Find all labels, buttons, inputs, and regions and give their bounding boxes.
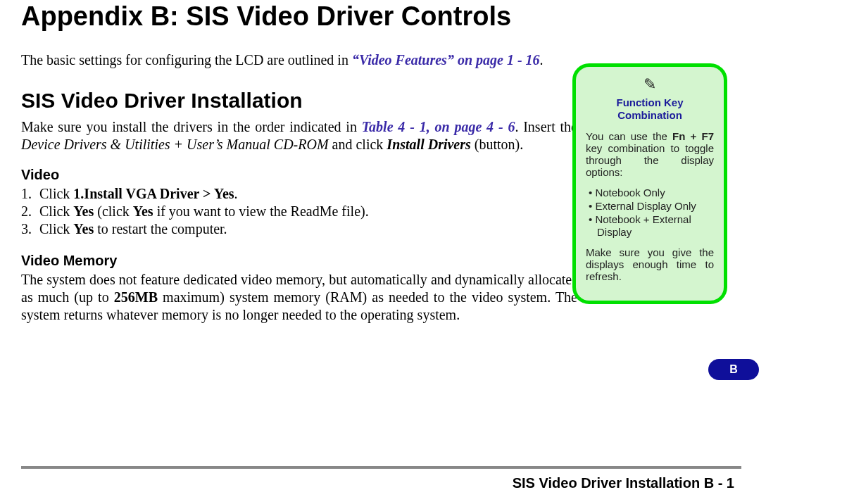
step-mid: (click: [94, 203, 133, 219]
note-option: Notebook + External Display: [586, 213, 714, 240]
heading-video-memory: Video Memory: [21, 252, 577, 270]
main-column: The basic settings for configuring the L…: [21, 51, 577, 336]
note-option: Notebook Only: [586, 187, 714, 200]
install-paragraph: Make sure you install the drivers in the…: [21, 118, 577, 153]
xref-table-4-1[interactable]: Table 4 - 1, on page 4 - 6: [362, 119, 515, 134]
step-number: 3.: [21, 220, 39, 238]
heading-video: Video: [21, 166, 577, 184]
xref-video-features[interactable]: “Video Features” on page 1 - 16: [352, 52, 540, 68]
step-pre: Click: [39, 203, 73, 219]
step-pre: Click: [39, 186, 73, 201]
step-number: 1.: [21, 185, 39, 203]
install-pre: Make sure you install the drivers in the…: [21, 119, 362, 134]
step-2: 2.Click Yes (click Yes if you want to vi…: [21, 203, 577, 220]
note-p1-pre: You can use the: [586, 130, 672, 142]
step-post: to restart the computer.: [94, 221, 227, 237]
pencil-icon: ✎: [586, 75, 714, 94]
heading-sis-install: SIS Video Driver Installation: [21, 87, 577, 114]
note-option: External Display Only: [586, 200, 714, 213]
video-steps-list: 1.Click 1.Install VGA Driver > Yes. 2.Cl…: [21, 185, 577, 238]
step-pre: Click: [39, 221, 73, 237]
step-bold: Yes: [73, 221, 94, 237]
install-drivers-button-ref: Install Drivers: [387, 137, 470, 152]
step-post: .: [234, 186, 238, 201]
step-bold-2: Yes: [133, 203, 153, 219]
footer-text: SIS Video Driver Installation B - 1: [513, 475, 734, 491]
cdrom-name: Device Drivers & Utilities + User’s Manu…: [21, 137, 329, 152]
sidebar-note: ✎ Function Key Combination You can use t…: [572, 63, 727, 304]
note-paragraph-1: You can use the Fn + F7 key combination …: [586, 130, 714, 178]
step-number: 2.: [21, 203, 39, 220]
note-paragraph-2: Make sure you give the displays enough t…: [586, 246, 714, 282]
install-post2: and click: [329, 137, 387, 152]
step-bold: 1.Install VGA Driver > Yes: [73, 186, 234, 201]
intro-prefix: The basic settings for configuring the L…: [21, 52, 352, 68]
intro-paragraph: The basic settings for configuring the L…: [21, 51, 577, 69]
install-post3: (button).: [471, 137, 523, 152]
step-bold: Yes: [73, 203, 94, 219]
step-3: 3.Click Yes to restart the computer.: [21, 220, 577, 238]
step-post: if you want to view the ReadMe file).: [153, 203, 369, 219]
section-tab-b: B: [708, 359, 759, 380]
intro-suffix: .: [540, 52, 544, 68]
step-1: 1.Click 1.Install VGA Driver > Yes.: [21, 185, 577, 203]
note-title: Function Key Combination: [586, 96, 714, 122]
note-options-list: Notebook Only External Display Only Note…: [586, 187, 714, 239]
page-title: Appendix B: SIS Video Driver Controls: [21, 1, 833, 32]
vmem-256mb: 256MB: [114, 289, 158, 305]
note-p1-post: key combination to toggle through the di…: [586, 142, 714, 178]
video-memory-paragraph: The system does not feature dedicated vi…: [21, 271, 577, 324]
install-post1: . Insert the: [515, 119, 577, 134]
footer-divider: [21, 466, 741, 469]
note-key-combo: Fn + F7: [672, 130, 714, 142]
